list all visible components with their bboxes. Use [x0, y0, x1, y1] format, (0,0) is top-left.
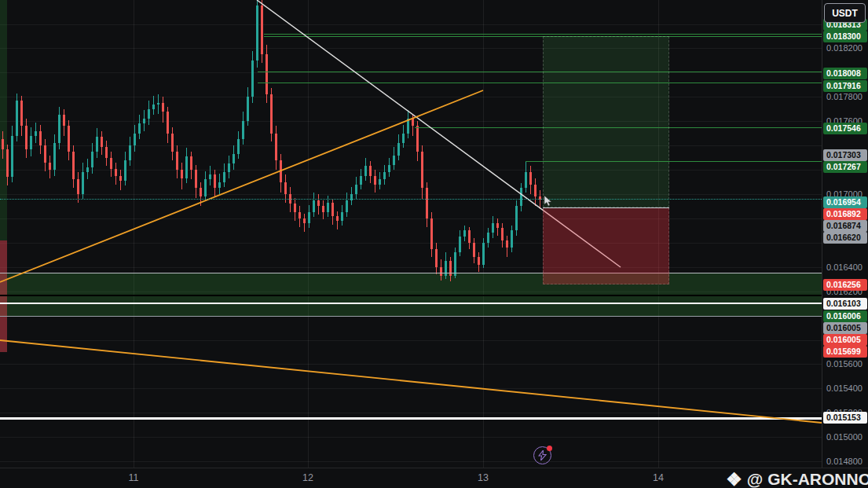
candle [501, 228, 504, 240]
candle [388, 165, 390, 172]
descending-trendline-orange[interactable] [0, 340, 822, 423]
candle [44, 145, 46, 163]
candle [369, 166, 372, 175]
watermark-text: @ GK-ARONNO [747, 470, 868, 488]
price-label-gray: 0.016874 [823, 220, 867, 232]
chart-plot-area[interactable] [0, 0, 822, 468]
v-gridline [308, 0, 309, 468]
candle [331, 203, 334, 216]
candle [152, 105, 155, 109]
candle [35, 131, 37, 136]
candle [25, 126, 27, 149]
price-label-white: 0.015153 [823, 412, 867, 424]
candle [138, 123, 141, 133]
candle [190, 156, 192, 170]
candle [20, 101, 23, 126]
candle [478, 257, 480, 264]
alert-dot [547, 446, 552, 451]
candle [402, 134, 405, 143]
price-label-red: 0.015699 [823, 346, 867, 358]
candle [247, 97, 249, 121]
candle [110, 158, 112, 169]
position-loss-zone[interactable] [543, 207, 669, 284]
price-label-red: 0.016892 [823, 208, 867, 220]
price-label-red: 0.016256 [823, 279, 867, 291]
candle [520, 188, 522, 206]
price-tick: 0.015400 [826, 383, 863, 394]
h-gridline [0, 194, 822, 195]
candle [511, 230, 513, 248]
candle [39, 131, 42, 146]
candle [115, 169, 117, 176]
price-level-line[interactable] [0, 273, 822, 273]
candle [82, 172, 84, 194]
candle [303, 218, 306, 223]
candle [30, 136, 32, 149]
candle [251, 61, 254, 97]
candle [506, 240, 508, 248]
candle [482, 243, 485, 265]
candle [6, 149, 9, 178]
candle [355, 185, 357, 194]
candle [124, 160, 126, 181]
h-gridline [0, 364, 822, 365]
candle [529, 172, 532, 184]
candle [383, 172, 386, 179]
current-price-line [0, 199, 822, 200]
candle [421, 152, 423, 188]
price-tick: 0.016400 [826, 262, 863, 273]
candle [459, 237, 461, 252]
h-gridline [0, 340, 822, 341]
price-level-line[interactable] [264, 34, 822, 35]
price-range-green[interactable] [0, 0, 7, 240]
v-gridline [483, 0, 484, 468]
candle [416, 126, 419, 151]
candle [515, 206, 518, 230]
candle [129, 145, 131, 160]
candle [49, 163, 51, 170]
candle [266, 54, 268, 94]
candle [228, 163, 230, 172]
candle [167, 112, 169, 134]
candle [242, 121, 244, 139]
position-profit-zone[interactable] [543, 36, 669, 207]
h-gridline [0, 413, 822, 413]
candle-wick [158, 94, 159, 114]
candle [195, 170, 197, 188]
price-label-gray: 0.017303 [823, 149, 867, 161]
price-label-green: 0.018300 [823, 31, 867, 42]
candle [317, 200, 320, 207]
h-gridline [0, 388, 822, 389]
price-level-line[interactable] [0, 295, 822, 296]
candle [294, 204, 296, 212]
price-label-green: 0.017546 [823, 123, 867, 134]
position-entry-line[interactable] [543, 207, 669, 208]
candle [157, 103, 159, 105]
candle [2, 139, 4, 149]
candle [96, 137, 98, 152]
candle [171, 134, 174, 152]
price-level-line[interactable] [0, 417, 822, 420]
currency-button[interactable]: USDT [824, 3, 866, 23]
price-level-line[interactable] [0, 316, 822, 317]
price-label-green: 0.017267 [823, 161, 867, 173]
indicator-alert-badge[interactable] [533, 446, 552, 465]
watermark: ❖ @ GK-ARONNO [726, 470, 868, 488]
candle [185, 156, 188, 178]
price-label-white: 0.016103 [823, 298, 867, 310]
candle [440, 267, 442, 276]
candle [379, 179, 381, 184]
candle [327, 203, 329, 212]
price-level-line[interactable] [258, 83, 822, 83]
h-gridline [0, 461, 822, 462]
candle [364, 166, 367, 175]
candle [16, 101, 18, 136]
price-level-line[interactable] [0, 303, 822, 304]
candle [105, 147, 108, 158]
price-tick: 0.017800 [826, 91, 863, 102]
price-axis[interactable]: 0.0182000.0178000.0176000.0172000.017000… [822, 0, 868, 468]
candle [86, 167, 89, 172]
candle [360, 176, 362, 185]
candle [77, 179, 79, 194]
price-level-line[interactable] [258, 72, 822, 72]
